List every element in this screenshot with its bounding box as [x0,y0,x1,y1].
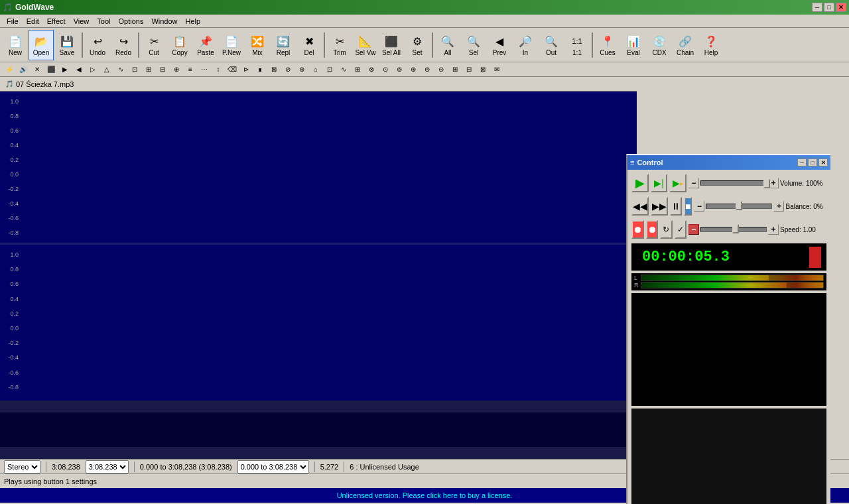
save-button[interactable]: 💾 Save [54,30,80,60]
zoom11-button[interactable]: 1:1 1:1 [564,30,590,60]
cdx-button[interactable]: 💿 CDX [647,30,672,60]
tb2-btn-22[interactable]: ⊛ [295,64,308,76]
tb2-btn-30[interactable]: ⊛ [407,64,420,76]
tb2-btn-9[interactable]: ∿ [114,64,127,76]
menu-edit[interactable]: Edit [23,16,43,27]
tb2-btn-18[interactable]: ⊳ [239,64,253,76]
record-new-button[interactable]: ⏺ [646,220,659,239]
fastforward-button[interactable]: ▶▶ [651,197,668,216]
tb2-btn-5[interactable]: ▶ [58,64,72,76]
undo-button[interactable]: ↩ Undo [85,30,110,60]
speed-slider-track[interactable] [700,225,767,233]
tb2-btn-25[interactable]: ∿ [337,64,350,76]
maximize-button[interactable]: □ [824,3,834,12]
tb2-btn-33[interactable]: ⊞ [448,64,462,76]
selection-select[interactable]: 0.000 to 3:08.238 [237,460,309,473]
tb2-btn-2[interactable]: 🔊 [17,64,30,76]
new-button[interactable]: 📄 New [3,30,28,60]
tb2-btn-17[interactable]: ⌫ [226,64,239,76]
menu-options[interactable]: Options [114,16,147,27]
help-button[interactable]: ❓ Help [698,30,724,60]
speed-increase-button[interactable]: + [768,224,779,235]
zoomin-button[interactable]: 🔎 In [513,30,538,60]
cut-button[interactable]: ✂ Cut [141,30,166,60]
tb2-btn-27[interactable]: ⊗ [365,64,378,76]
tb2-btn-29[interactable]: ⊚ [393,64,406,76]
zoomout-button[interactable]: 🔍 Out [539,30,564,60]
pause-button[interactable]: ⏸ [670,197,682,216]
control-maximize-button[interactable]: □ [808,158,817,166]
sel-button[interactable]: 🔍 Sel [461,30,486,60]
selvw-button[interactable]: 📐 Sel Vw [353,30,378,60]
selall-button[interactable]: ⬛ Sel All [379,30,404,60]
menu-help[interactable]: Help [182,16,205,27]
trim-button[interactable]: ✂ Trim [327,30,352,60]
play-end-button[interactable]: ▶| [651,174,668,192]
loop-button[interactable]: ↻ [660,220,673,239]
tb2-btn-28[interactable]: ⊙ [379,64,392,76]
set-button[interactable]: ⚙ Set [405,30,430,60]
tb2-btn-1[interactable]: ⚡ [3,64,16,76]
volume-thumb[interactable] [763,179,770,188]
chain-button[interactable]: 🔗 Chain [673,30,698,60]
repl-button[interactable]: 🔄 Repl [271,30,296,60]
volume-slider-track[interactable] [700,179,767,187]
tb2-btn-36[interactable]: ✉ [490,64,503,76]
balance-thumb[interactable] [736,201,742,210]
tb2-btn-19[interactable]: ∎ [253,64,267,76]
speed-decrease-button[interactable]: − [688,224,699,235]
mix-button[interactable]: 🔀 Mix [245,30,270,60]
tb2-btn-20[interactable]: ⊠ [267,64,281,76]
speed-thumb[interactable] [732,224,739,233]
duration-select[interactable]: 3:08.238 [86,460,129,473]
open-button[interactable]: 📂 Open [29,30,54,60]
menu-view[interactable]: View [70,16,94,27]
mini-overview[interactable] [0,412,637,447]
record-button[interactable]: ⏺ [631,220,644,239]
menu-window[interactable]: Window [147,16,181,27]
tb2-btn-10[interactable]: ⊡ [128,64,141,76]
menu-file[interactable]: File [3,16,23,27]
tb2-btn-32[interactable]: ⊝ [434,64,448,76]
tb2-btn-31[interactable]: ⊜ [421,64,434,76]
all-button[interactable]: 🔍 All [435,30,460,60]
copy-button[interactable]: 📋 Copy [167,30,192,60]
paste-button[interactable]: 📌 Paste [193,30,218,60]
control-close-button[interactable]: ✕ [818,158,828,166]
rewind-button[interactable]: ◀◀ [631,197,649,216]
play-next-button[interactable]: ▶▸ [669,174,686,192]
eval-button[interactable]: 📊 Eval [621,30,646,60]
play-button[interactable]: ▶ [631,174,649,192]
tb2-btn-8[interactable]: △ [100,64,113,76]
tb2-btn-35[interactable]: ⊠ [476,64,490,76]
menu-effect[interactable]: Effect [43,16,70,27]
tb2-btn-26[interactable]: ⊞ [351,64,364,76]
tb2-btn-11[interactable]: ⊞ [142,64,155,76]
stereo-select[interactable]: Stereo Mono [4,460,40,473]
check-button[interactable]: ✓ [675,220,687,239]
tb2-btn-23[interactable]: ⌂ [309,64,322,76]
tb2-btn-4[interactable]: ⬛ [44,64,58,76]
minimize-button[interactable]: ─ [812,3,822,12]
stop-button[interactable]: ■ [684,197,692,216]
waveform-container[interactable]: 1.0 0.8 0.6 0.4 0.2 0.0 -0.2 -0.4 -0.6 -… [0,92,637,401]
balance-slider-track[interactable] [706,202,772,210]
volume-decrease-button[interactable]: − [688,178,699,188]
prev-button[interactable]: ◀ Prev [487,30,512,60]
tb2-btn-34[interactable]: ⊟ [462,64,476,76]
tb2-btn-7[interactable]: ▷ [86,64,99,76]
tb2-btn-13[interactable]: ⊕ [170,64,183,76]
tb2-btn-3[interactable]: ✕ [31,64,44,76]
tb2-btn-15[interactable]: ⋯ [198,64,211,76]
cues-button[interactable]: 📍 Cues [595,30,620,60]
tb2-btn-12[interactable]: ⊟ [156,64,169,76]
menu-tool[interactable]: Tool [93,16,114,27]
tb2-btn-24[interactable]: ⊡ [323,64,336,76]
time-marker-button[interactable] [809,247,821,268]
tb2-btn-21[interactable]: ⊘ [281,64,294,76]
tb2-btn-16[interactable]: ↕ [212,64,225,76]
tb2-btn-6[interactable]: ◀ [72,64,86,76]
control-minimize-button[interactable]: ─ [797,158,807,166]
close-button[interactable]: ✕ [836,3,846,12]
del-button[interactable]: ✖ Del [296,30,322,60]
